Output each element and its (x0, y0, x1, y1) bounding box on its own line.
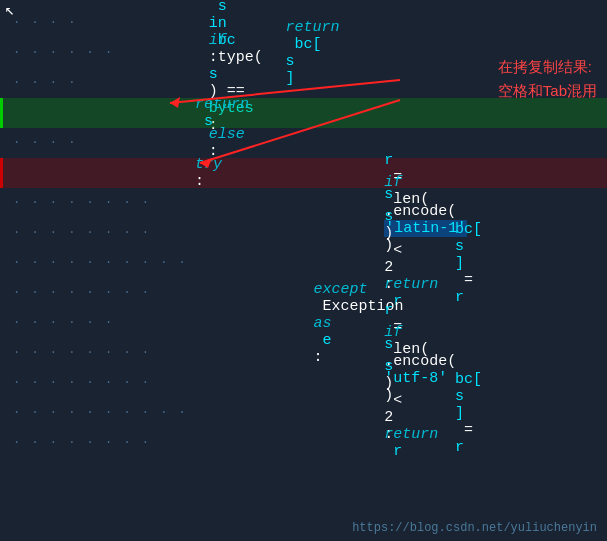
code-line-7: · · · · · · · · r = s .encode( 'latin-1'… (0, 188, 607, 218)
footer-url: https://blog.csdn.net/yuliuchenyin (352, 521, 597, 535)
code-line-6: try : (0, 158, 607, 188)
code-line-11: · · · · · · except Exception as e : (0, 308, 607, 338)
code-line-8: · · · · · · · · if len( s ) < 2 : (0, 218, 607, 248)
line-dots-15: · · · · · · · · (13, 436, 160, 450)
line-dots-12: · · · · · · · · (13, 346, 160, 360)
line-dots-11: · · · · · · (13, 316, 123, 330)
line-dots-3: · · · · (13, 76, 87, 90)
line-dots-8: · · · · · · · · (13, 226, 160, 240)
line-dots-14: · · · · · · · · · · (13, 406, 197, 420)
line-dots-2: · · · · · · (13, 46, 123, 60)
line-dots-7: · · · · · · · · (13, 196, 160, 210)
line-dots-13: · · · · · · · · (13, 376, 160, 390)
code-editor: · · · · if s in bc : · · · · · · return … (0, 0, 607, 541)
line-dots-1: · · · · (13, 16, 87, 30)
annotation-line1: 在拷复制结果: (498, 55, 597, 79)
mouse-cursor: ↖ (5, 0, 15, 20)
code-line-5: · · · · else : (0, 128, 607, 158)
line-dots-9: · · · · · · · · · · (13, 256, 197, 270)
code-line-12: · · · · · · · · r = s .encode( 'utf-8' ) (0, 338, 607, 368)
code-line-13: · · · · · · · · if len( s ) < 2 : (0, 368, 607, 398)
line-dots-5: · · · · (13, 136, 87, 150)
annotation-line2: 空格和Tab混用 (498, 79, 597, 103)
annotation-box: 在拷复制结果: 空格和Tab混用 (498, 55, 597, 103)
code-line-14: · · · · · · · · · · bc[ s ] = r (0, 398, 607, 428)
code-line-15: · · · · · · · · return r (0, 428, 607, 458)
line-dots-10: · · · · · · · · (13, 286, 160, 300)
